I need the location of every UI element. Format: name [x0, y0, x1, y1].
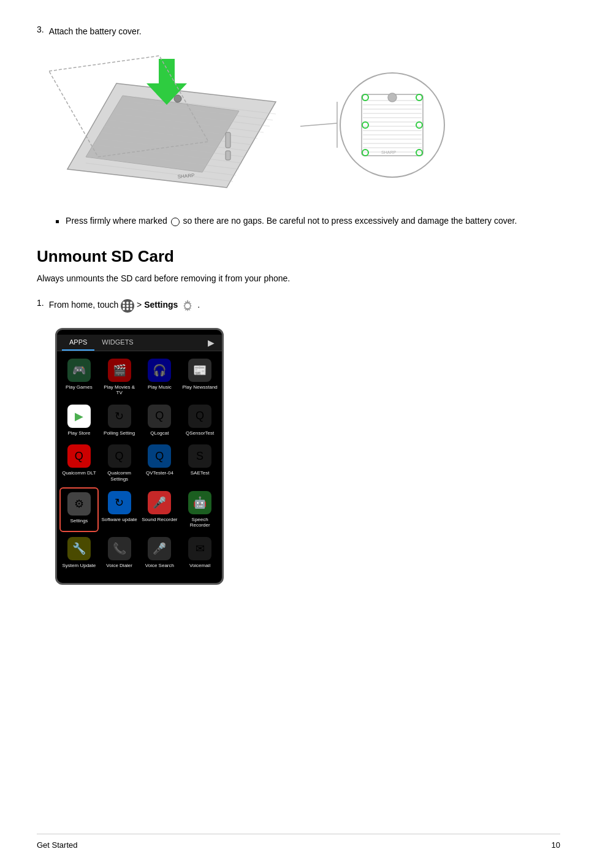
app-icon: Q: [67, 444, 91, 468]
svg-line-20: [300, 123, 337, 126]
app-item[interactable]: QQualcomm Settings: [100, 441, 139, 485]
app-item[interactable]: QQLogcat: [140, 401, 180, 440]
app-label: Play Store: [67, 430, 90, 436]
phone-screenshot: APPS WIDGETS ▶ 🎮Play Games🎬Play Movies &…: [55, 328, 224, 585]
app-icon: 🔧: [67, 537, 91, 560]
app-label: Software update: [101, 517, 137, 523]
step-3-number: 3.: [37, 25, 44, 34]
step-3: 3. Attach the battery cover.: [37, 25, 560, 38]
app-label: System Update: [63, 563, 96, 569]
app-icon: Q: [188, 405, 211, 428]
app-label: Play Games: [66, 384, 93, 390]
app-item[interactable]: 🤖Speech Recorder: [180, 487, 219, 532]
app-label: Qualcomm DLT: [62, 470, 96, 476]
apps-dots: [123, 302, 133, 310]
tab-apps[interactable]: APPS: [62, 335, 94, 351]
app-item[interactable]: QQVTester-04: [140, 441, 180, 485]
app-icon: ▶: [67, 405, 91, 428]
bullet-text: Press firmly where marked so there are n…: [66, 214, 517, 227]
tab-bar-icons: ▶: [205, 335, 217, 351]
app-icon: ⚙: [67, 492, 91, 516]
app-label: Polling Setting: [104, 430, 135, 436]
app-label: Play Movies & TV: [101, 384, 138, 396]
app-label: Sound Recorder: [142, 517, 177, 523]
bullet-icon: ▪: [55, 214, 59, 229]
step-1-text: From home, touch > Settings: [49, 298, 200, 313]
app-item[interactable]: QQSensorTest: [180, 401, 219, 440]
app-label: Speech Recorder: [181, 517, 218, 528]
app-icon: Q: [108, 444, 131, 468]
app-icon: 🎬: [108, 359, 131, 382]
svg-point-43: [388, 93, 397, 102]
step-1: 1. From home, touch > Settings: [37, 298, 560, 313]
app-item[interactable]: 🎤Voice Search: [140, 533, 180, 573]
battery-cover-note: ▪ Press firmly where marked so there are…: [55, 214, 560, 229]
app-label: QSensorTest: [186, 430, 214, 436]
app-item[interactable]: ⚙Settings: [59, 487, 99, 532]
app-label: SAETest: [191, 470, 210, 476]
app-icon: 🎮: [67, 359, 91, 382]
app-icon: 📞: [108, 537, 131, 560]
svg-point-46: [185, 303, 190, 308]
svg-point-22: [340, 73, 444, 177]
circle-mark: [171, 218, 180, 226]
page-footer: Get Started 10: [37, 834, 560, 850]
app-item[interactable]: ▶Play Store: [59, 401, 99, 440]
app-icon: 📰: [188, 359, 211, 382]
svg-rect-14: [226, 132, 230, 148]
app-item[interactable]: 📞Voice Dialer: [100, 533, 139, 573]
app-item[interactable]: ↻Software update: [100, 487, 139, 532]
battery-diagram-svg: SHARP: [37, 53, 454, 200]
unmount-intro: Always unmounts the SD card before remov…: [37, 273, 560, 283]
app-icon: Q: [148, 444, 171, 468]
app-grid: 🎮Play Games🎬Play Movies & TV🎧Play Music📰…: [57, 351, 222, 576]
app-item[interactable]: 🎧Play Music: [140, 355, 180, 400]
app-item[interactable]: ✉Voicemail: [180, 533, 219, 573]
play-store-small-icon: ▶: [208, 338, 215, 348]
app-icon: 🎤: [148, 537, 171, 560]
svg-point-16: [174, 95, 181, 102]
footer-right: 10: [552, 840, 560, 850]
app-icon: 🎤: [148, 491, 171, 514]
app-label: Settings: [70, 518, 88, 524]
app-icon: 🎧: [148, 359, 171, 382]
unmount-heading: Unmount SD Card: [37, 247, 560, 266]
app-item[interactable]: 🎮Play Games: [59, 355, 99, 400]
app-label: Play Music: [148, 384, 172, 390]
app-tab-bar: APPS WIDGETS ▶: [57, 335, 222, 351]
app-icon: S: [188, 444, 211, 468]
app-label: Voicemail: [189, 563, 210, 569]
app-item[interactable]: ↻Polling Setting: [100, 401, 139, 440]
step-1-number: 1.: [37, 298, 44, 308]
app-item[interactable]: 🎤Sound Recorder: [140, 487, 180, 532]
app-icon: Q: [148, 405, 171, 428]
app-label: Play Newsstand: [182, 384, 217, 390]
app-label: Voice Dialer: [106, 563, 132, 569]
svg-rect-15: [226, 151, 230, 160]
app-label: QVTester-04: [146, 470, 173, 476]
app-label: QLogcat: [150, 430, 169, 436]
step-3-text: Attach the battery cover.: [49, 25, 142, 38]
app-item[interactable]: 📰Play Newsstand: [180, 355, 219, 400]
app-icon: ↻: [108, 491, 131, 514]
svg-text:SHARP: SHARP: [381, 150, 396, 154]
app-label: Qualcomm Settings: [101, 470, 138, 482]
settings-gear-icon: [180, 299, 195, 313]
app-icon: ↻: [108, 405, 131, 428]
battery-cover-diagram: SHARP: [37, 53, 560, 202]
app-item[interactable]: 🎬Play Movies & TV: [100, 355, 139, 400]
footer-left: Get Started: [37, 840, 77, 850]
app-label: Voice Search: [145, 563, 174, 569]
phone-screenshot-container: APPS WIDGETS ▶ 🎮Play Games🎬Play Movies &…: [55, 328, 560, 585]
app-icon: ✉: [188, 537, 211, 560]
settings-bold: Settings: [144, 300, 178, 310]
apps-home-icon: [121, 299, 134, 313]
app-item[interactable]: SSAETest: [180, 441, 219, 485]
app-item[interactable]: 🔧System Update: [59, 533, 99, 573]
tab-widgets[interactable]: WIDGETS: [94, 335, 140, 351]
app-icon: 🤖: [188, 491, 211, 514]
app-item[interactable]: QQualcomm DLT: [59, 441, 99, 485]
